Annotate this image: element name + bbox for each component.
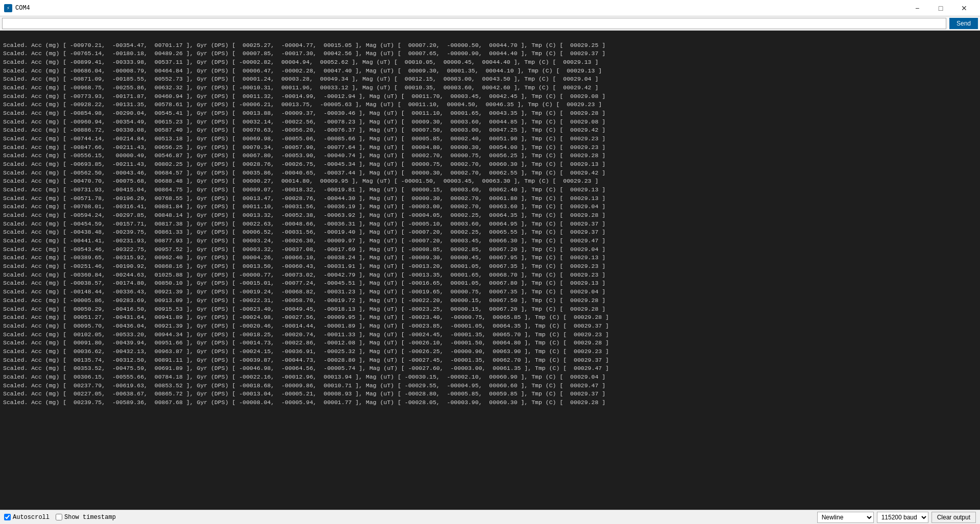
clear-output-button[interactable]: Clear output bbox=[932, 512, 976, 523]
output-line: Scaled. Acc (mg) [ 00095.70, -00436.04, … bbox=[3, 322, 977, 331]
close-button[interactable]: ✕ bbox=[952, 0, 976, 16]
output-line: Scaled. Acc (mg) [ -00744.14, -00214.84,… bbox=[3, 135, 977, 143]
baud-select[interactable]: 300 baud1200 baud2400 baud4800 baud9600 … bbox=[877, 512, 928, 523]
output-line: Scaled. Acc (mg) [ -00928.22, -00131.35,… bbox=[3, 101, 977, 109]
status-bar-right: NewlineNo line endingCarriage returnBoth… bbox=[817, 512, 976, 523]
autoscroll-label[interactable]: Autoscroll bbox=[4, 514, 50, 521]
output-line: Scaled. Acc (mg) [ -00251.46, -00190.92,… bbox=[3, 262, 977, 271]
output-line: Scaled. Acc (mg) [ -00854.98, -00290.04,… bbox=[3, 109, 977, 118]
window-title: COM4 bbox=[15, 5, 30, 12]
output-line: Scaled. Acc (mg) [ -00389.65, -00315.92,… bbox=[3, 254, 977, 262]
maximize-button[interactable]: □ bbox=[929, 0, 952, 16]
output-line: Scaled. Acc (mg) [ -00470.70, -00075.68,… bbox=[3, 177, 977, 186]
output-line: Scaled. Acc (mg) [ -00765.14, -00180.18,… bbox=[3, 49, 977, 58]
output-line: Scaled. Acc (mg) [ -00871.09, -00185.55,… bbox=[3, 75, 977, 84]
show-timestamp-checkbox[interactable] bbox=[56, 514, 62, 520]
title-bar: ⚡ COM4 − □ ✕ bbox=[0, 0, 980, 16]
output-line: Scaled. Acc (mg) [ -00556.15, 00000.49, … bbox=[3, 152, 977, 160]
output-line: Scaled. Acc (mg) [ -00571.78, -00196.29,… bbox=[3, 194, 977, 203]
output-line: Scaled. Acc (mg) [ -00038.57, -00174.80,… bbox=[3, 279, 977, 288]
output-line: Scaled. Acc (mg) [ 00091.80, -00439.94, … bbox=[3, 339, 977, 347]
newline-select[interactable]: NewlineNo line endingCarriage returnBoth… bbox=[817, 512, 874, 523]
output-line: Scaled. Acc (mg) [ -00960.94, -00354.49,… bbox=[3, 118, 977, 127]
output-line: Scaled. Acc (mg) [ -00441.41, -00231.93,… bbox=[3, 237, 977, 245]
output-line: Scaled. Acc (mg) [ 00239.75, -00589.36, … bbox=[3, 398, 977, 407]
output-line: Scaled. Acc (mg) [ 00237.79, -00619.63, … bbox=[3, 382, 977, 390]
output-line: Scaled. Acc (mg) [ -00886.72, -00330.08,… bbox=[3, 126, 977, 135]
output-line: Scaled. Acc (mg) [ 00050.29, -00416.50, … bbox=[3, 305, 977, 314]
window-controls: − □ ✕ bbox=[905, 0, 976, 16]
show-timestamp-label[interactable]: Show timestamp bbox=[56, 514, 116, 521]
output-line: Scaled. Acc (mg) [ 00227.05, -00638.67, … bbox=[3, 390, 977, 398]
send-button[interactable]: Send bbox=[949, 18, 978, 29]
output-line: Scaled. Acc (mg) [ 00135.74, -00312.50, … bbox=[3, 356, 977, 365]
output-line: Scaled. Acc (mg) [ -00693.85, -00211.43,… bbox=[3, 160, 977, 169]
output-line: Scaled. Acc (mg) [ -00562.50, -00043.46,… bbox=[3, 169, 977, 178]
autoscroll-checkbox[interactable] bbox=[4, 514, 11, 520]
output-line: Scaled. Acc (mg) [ -00968.75, -00255.86,… bbox=[3, 84, 977, 92]
output-line: Scaled. Acc (mg) [ 00306.15, -00555.66, … bbox=[3, 373, 977, 382]
output-line: Scaled. Acc (mg) [ -00438.48, -00239.75,… bbox=[3, 228, 977, 237]
status-bar: Autoscroll Show timestamp NewlineNo line… bbox=[0, 510, 980, 524]
output-line: Scaled. Acc (mg) [ -00454.59, -00157.71,… bbox=[3, 220, 977, 229]
output-line: Scaled. Acc (mg) [ -00148.44, -00336.43,… bbox=[3, 288, 977, 296]
output-line: Scaled. Acc (mg) [ -00686.04, -00008.79,… bbox=[3, 67, 977, 76]
output-line: Scaled. Acc (mg) [ 00036.62, -00432.13, … bbox=[3, 347, 977, 356]
output-line: Scaled. Acc (mg) [ 00353.52, -00475.59, … bbox=[3, 364, 977, 373]
output-line: Scaled. Acc (mg) [ 00051.27, -00431.64, … bbox=[3, 313, 977, 322]
title-bar-left: ⚡ COM4 bbox=[4, 4, 30, 12]
output-area[interactable]: Scaled. Acc (mg) [ -00970.21, -00354.47,… bbox=[0, 31, 980, 510]
output-line: Scaled. Acc (mg) [ -00543.46, -00322.75,… bbox=[3, 245, 977, 254]
app-icon: ⚡ bbox=[4, 4, 12, 12]
output-line: Scaled. Acc (mg) [ -00005.86, -00283.69,… bbox=[3, 296, 977, 305]
output-line: Scaled. Acc (mg) [ -00360.84, -00244.63,… bbox=[3, 271, 977, 280]
toolbar: Send bbox=[0, 16, 980, 31]
output-line: Scaled. Acc (mg) [ -00899.41, -00333.98,… bbox=[3, 58, 977, 67]
output-line: Scaled. Acc (mg) [ -00847.66, -00211.43,… bbox=[3, 143, 977, 152]
output-line: Scaled. Acc (mg) [ -00594.24, -00297.85,… bbox=[3, 211, 977, 220]
output-line: Scaled. Acc (mg) [ -00708.01, -00316.41,… bbox=[3, 203, 977, 211]
minimize-button[interactable]: − bbox=[905, 0, 929, 16]
output-line: Scaled. Acc (mg) [ -00970.21, -00354.47,… bbox=[3, 41, 977, 50]
output-line: Scaled. Acc (mg) [ -00731.93, -00415.04,… bbox=[3, 186, 977, 194]
output-line: Scaled. Acc (mg) [ 00102.05, -00533.20, … bbox=[3, 331, 977, 339]
message-input[interactable] bbox=[2, 18, 946, 29]
output-line: Scaled. Acc (mg) [ -00773.93, -00171.87,… bbox=[3, 92, 977, 101]
